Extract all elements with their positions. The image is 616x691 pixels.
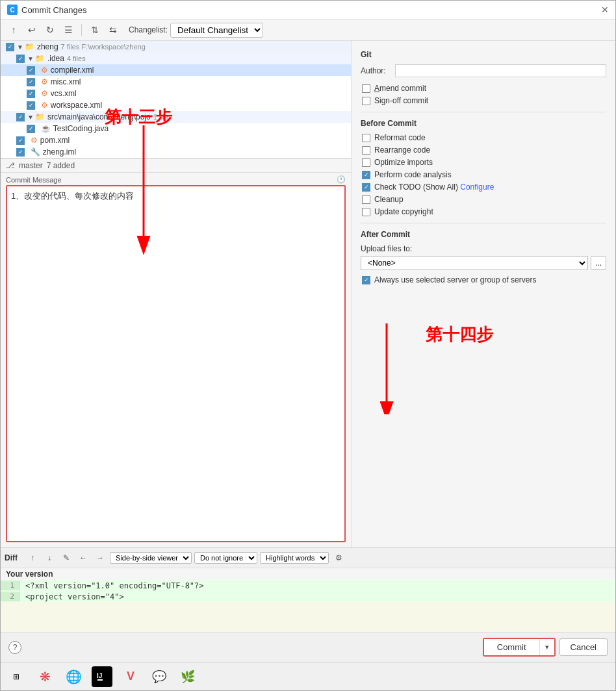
diff-down-btn[interactable]: ↓ bbox=[42, 551, 57, 565]
optimize-label: Optimize imports bbox=[374, 158, 433, 167]
cancel-button[interactable]: Cancel bbox=[559, 638, 608, 656]
upload-more-btn[interactable]: ... bbox=[591, 257, 606, 270]
commit-message-header: Commit Message 🕐 bbox=[1, 173, 351, 185]
cleanup-label: Cleanup bbox=[374, 195, 404, 204]
arrow-misc bbox=[38, 79, 40, 86]
taskbar: ⊞ ❋ 🌐 IJ V 💬 🌿 bbox=[1, 662, 615, 690]
iml-icon-zhengiml: 🔧 bbox=[31, 147, 40, 157]
amend-commit-checkbox[interactable] bbox=[362, 84, 370, 93]
taskbar-icon-chrome[interactable]: 🌐 bbox=[63, 666, 84, 687]
tree-item-misc[interactable]: ⚙ misc.xml bbox=[1, 76, 351, 88]
diff-viewer-select[interactable]: Side-by-side viewer bbox=[110, 552, 192, 564]
close-button[interactable]: ✕ bbox=[601, 5, 609, 15]
author-label: Author: bbox=[361, 66, 390, 75]
checkbox-idea[interactable] bbox=[16, 55, 25, 63]
commit-button[interactable]: Commit bbox=[484, 639, 539, 655]
arrow-workspace bbox=[38, 102, 40, 109]
diff-fwd-btn[interactable]: → bbox=[93, 551, 107, 565]
tree-item-zheng[interactable]: ▼ 📁 zheng 7 files F:\workspace\zheng bbox=[1, 41, 351, 53]
toolbar-move-up-btn[interactable]: ↑ bbox=[6, 22, 21, 38]
changelist-select[interactable]: Default Changelist bbox=[170, 23, 263, 38]
toolbar-sort-btn[interactable]: ⇅ bbox=[87, 22, 103, 38]
intellij-icon-svg: IJ bbox=[96, 670, 109, 683]
always-use-server-checkbox[interactable] bbox=[362, 276, 370, 284]
folder-icon-idea: 📁 bbox=[35, 54, 45, 63]
taskbar-icon-wechat[interactable]: 💬 bbox=[149, 666, 170, 687]
checkbox-pom[interactable] bbox=[16, 136, 25, 145]
checkbox-vcs[interactable] bbox=[27, 90, 35, 98]
checkbox-pojo[interactable] bbox=[16, 113, 25, 121]
optimize-checkbox[interactable] bbox=[362, 158, 370, 167]
diff-back-btn[interactable]: ← bbox=[76, 551, 90, 565]
toolbar-undo-btn[interactable]: ↩ bbox=[24, 22, 40, 38]
checkbox-workspace[interactable] bbox=[27, 101, 35, 110]
configure-link[interactable]: Configure bbox=[460, 182, 494, 192]
main-window: C Commit Changes ✕ ↑ ↩ ↻ ☰ ⇅ ⇆ Changelis… bbox=[0, 0, 616, 691]
checkbox-zhengiml[interactable] bbox=[16, 148, 25, 157]
commit-dropdown-button[interactable]: ▾ bbox=[539, 639, 554, 655]
tree-item-compiler[interactable]: ⚙ compiler.xml bbox=[1, 64, 351, 76]
tree-item-testcoding[interactable]: ☕ TestCoding.java bbox=[1, 123, 351, 134]
toolbar-group-btn[interactable]: ☰ bbox=[60, 22, 76, 38]
tree-item-pojo[interactable]: ▼ 📁 src\main\java\com\zheng\pojo 1 file bbox=[1, 111, 351, 123]
taskbar-icon-grid[interactable]: ⊞ bbox=[6, 666, 27, 687]
checkbox-misc[interactable] bbox=[27, 78, 35, 86]
checkbox-testcoding[interactable] bbox=[27, 125, 35, 133]
filename-idea: .idea bbox=[47, 54, 64, 63]
sign-off-label: Sign-off commit bbox=[374, 96, 428, 105]
xml-icon-misc: ⚙ bbox=[41, 77, 48, 86]
diff-ignore-select[interactable]: Do not ignore bbox=[194, 552, 257, 564]
diff-highlight-select[interactable]: Highlight words bbox=[260, 552, 329, 564]
commit-message-textarea[interactable]: 1、改变的代码、每次修改的内容 bbox=[6, 185, 346, 542]
sign-off-row: Sign-off commit bbox=[361, 96, 606, 105]
amend-commit-label: Amend commit bbox=[374, 84, 426, 93]
tree-item-pom[interactable]: ⚙ pom.xml bbox=[1, 134, 351, 146]
step14-arrow-svg bbox=[361, 323, 413, 414]
diff-settings-btn[interactable]: ⚙ bbox=[331, 551, 346, 565]
commit-message-label: Commit Message bbox=[6, 176, 62, 184]
meta-zheng: 7 files F:\workspace\zheng bbox=[61, 43, 146, 51]
filename-misc: misc.xml bbox=[51, 77, 81, 86]
sign-off-checkbox[interactable] bbox=[362, 97, 370, 105]
checkbox-zheng[interactable] bbox=[6, 43, 14, 51]
filename-workspace: workspace.xml bbox=[51, 101, 102, 110]
taskbar-icon-asterisk[interactable]: ❋ bbox=[34, 666, 55, 687]
branch-name: master bbox=[19, 161, 43, 170]
rearrange-checkbox[interactable] bbox=[362, 146, 370, 155]
filename-vcs: vcs.xml bbox=[51, 89, 77, 98]
taskbar-icon-green[interactable]: 🌿 bbox=[177, 666, 198, 687]
commit-message-section: Commit Message 🕐 1、改变的代码、每次修改的内容 bbox=[1, 173, 351, 547]
folder-icon-zheng: 📁 bbox=[25, 42, 34, 51]
files-added: 7 added bbox=[47, 161, 75, 170]
always-use-server-label: Always use selected server or group of s… bbox=[374, 275, 536, 284]
taskbar-icon-v[interactable]: V bbox=[120, 666, 141, 687]
diff-up-btn[interactable]: ↑ bbox=[25, 551, 40, 565]
arrow-zhengiml bbox=[27, 149, 29, 156]
checkbox-compiler[interactable] bbox=[27, 66, 35, 75]
toolbar-refresh-btn[interactable]: ↻ bbox=[42, 22, 58, 38]
perform-analysis-checkbox[interactable] bbox=[362, 171, 370, 179]
author-input[interactable] bbox=[395, 64, 606, 77]
reformat-checkbox[interactable] bbox=[362, 134, 370, 142]
perform-analysis-row: Perform code analysis bbox=[361, 170, 606, 179]
cleanup-checkbox[interactable] bbox=[362, 195, 370, 204]
check-todo-checkbox[interactable] bbox=[362, 183, 370, 192]
update-copyright-checkbox[interactable] bbox=[362, 208, 370, 216]
filename-pojo: src\main\java\com\zheng\pojo bbox=[47, 112, 151, 121]
app-icon: C bbox=[7, 5, 18, 15]
update-copyright-row: Update copyright bbox=[361, 207, 606, 216]
tree-item-zhengiml[interactable]: 🔧 zheng.iml bbox=[1, 146, 351, 158]
tree-item-idea[interactable]: ▼ 📁 .idea 4 files bbox=[1, 53, 351, 64]
tree-item-workspace[interactable]: ⚙ workspace.xml bbox=[1, 99, 351, 111]
upload-select[interactable]: <None> bbox=[361, 256, 588, 270]
toolbar-separator bbox=[81, 24, 82, 36]
toolbar-filter-btn[interactable]: ⇆ bbox=[105, 22, 121, 38]
amend-commit-row: Amend commit bbox=[361, 84, 606, 93]
taskbar-icon-intellij[interactable]: IJ bbox=[92, 666, 112, 687]
diff-content: 1 <?xml version="1.0" encoding="UTF-8"?>… bbox=[1, 580, 615, 632]
help-button[interactable]: ? bbox=[8, 641, 21, 654]
diff-edit-btn[interactable]: ✎ bbox=[59, 551, 73, 565]
divider-2 bbox=[361, 223, 606, 223]
tree-item-vcs[interactable]: ⚙ vcs.xml bbox=[1, 88, 351, 99]
author-row: Author: bbox=[361, 64, 606, 77]
